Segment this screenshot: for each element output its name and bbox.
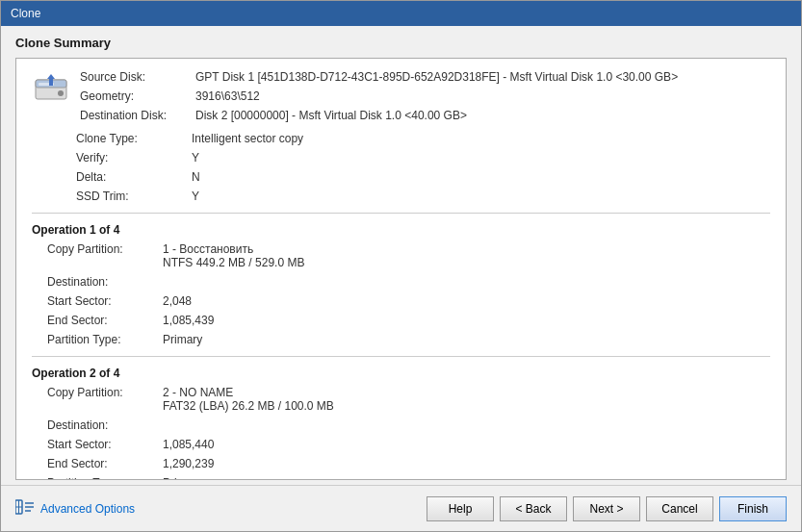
source-disk-value: GPT Disk 1 [451D138D-D712-43C1-895D-652A… <box>195 70 678 84</box>
op2-dest-label: Destination: <box>47 418 163 432</box>
clone-type-value: Intelligent sector copy <box>192 132 303 145</box>
scroll-inner: Source Disk: GPT Disk 1 [451D138D-D712-4… <box>16 59 786 480</box>
geometry-row: Geometry: 3916\63\512 <box>80 89 770 103</box>
ssd-trim-label: SSD Trim: <box>76 190 192 203</box>
op2-es-value: 1,290,239 <box>163 457 214 470</box>
divider-1 <box>32 213 770 214</box>
divider-2 <box>32 356 770 357</box>
op1-copy-partition: Copy Partition: 1 - Восстановить NTFS 44… <box>47 242 770 269</box>
dest-disk-label: Destination Disk: <box>80 109 195 122</box>
clone-window: Clone Clone Summary <box>0 0 802 532</box>
source-disk-label: Source Disk: <box>80 70 195 84</box>
window-title: Clone <box>11 7 791 20</box>
source-row: Source Disk: GPT Disk 1 [451D138D-D712-4… <box>32 70 770 128</box>
dest-disk-value: Disk 2 [00000000] - Msft Virtual Disk 1.… <box>195 109 467 122</box>
op2-cp-label: Copy Partition: <box>47 386 163 413</box>
op1-partition-type: Partition Type: Primary <box>47 333 770 346</box>
op2-ss-value: 1,085,440 <box>163 438 214 451</box>
disk-icon <box>32 70 70 109</box>
op2-pt-value: Primary <box>163 476 202 480</box>
verify-value: Y <box>192 151 199 165</box>
op1-cp-label: Copy Partition: <box>47 242 163 269</box>
operation-1: Operation 1 of 4 Copy Partition: 1 - Вос… <box>32 223 770 346</box>
next-button[interactable]: Next > <box>573 496 640 521</box>
op2-start-sector: Start Sector: 1,085,440 <box>47 438 770 451</box>
op2-cp-value: 2 - NO NAME FAT32 (LBA) 26.2 MB / 100.0 … <box>163 386 334 413</box>
op1-es-label: End Sector: <box>47 314 163 327</box>
op1-start-sector: Start Sector: 2,048 <box>47 294 770 308</box>
op1-ss-label: Start Sector: <box>47 294 163 308</box>
op2-es-label: End Sector: <box>47 457 163 470</box>
operation-2: Operation 2 of 4 Copy Partition: 2 - NO … <box>32 367 770 480</box>
content-area: Clone Summary <box>1 26 801 485</box>
delta-row: Delta: N <box>76 170 770 184</box>
op1-end-sector: End Sector: 1,085,439 <box>47 314 770 327</box>
op1-dest-label: Destination: <box>47 275 163 289</box>
finish-button[interactable]: Finish <box>719 496 787 521</box>
op2-copy-partition: Copy Partition: 2 - NO NAME FAT32 (LBA) … <box>47 386 770 413</box>
op1-pt-label: Partition Type: <box>47 333 163 346</box>
footer-buttons: Help < Back Next > Cancel Finish <box>427 496 787 521</box>
dest-disk-row: Destination Disk: Disk 2 [00000000] - Ms… <box>80 109 770 122</box>
op2-title: Operation 2 of 4 <box>32 367 770 380</box>
footer: Advanced Options Help < Back Next > Canc… <box>1 485 801 531</box>
title-bar: Clone <box>1 1 801 26</box>
source-disk-row: Source Disk: GPT Disk 1 [451D138D-D712-4… <box>80 70 770 84</box>
scroll-container[interactable]: Source Disk: GPT Disk 1 [451D138D-D712-4… <box>15 58 787 480</box>
section-title: Clone Summary <box>15 36 787 50</box>
clone-type-row: Clone Type: Intelligent sector copy <box>76 132 770 145</box>
back-button[interactable]: < Back <box>500 496 567 521</box>
op1-es-value: 1,085,439 <box>163 314 214 327</box>
svg-point-2 <box>58 90 64 96</box>
op2-end-sector: End Sector: 1,290,239 <box>47 457 770 470</box>
source-info: Source Disk: GPT Disk 1 [451D138D-D712-4… <box>80 70 770 128</box>
help-button[interactable]: Help <box>427 496 494 521</box>
geometry-label: Geometry: <box>80 89 195 103</box>
ssd-trim-value: Y <box>192 190 199 203</box>
op1-destination: Destination: <box>47 275 770 289</box>
cancel-button[interactable]: Cancel <box>646 496 713 521</box>
op1-pt-value: Primary <box>163 333 202 346</box>
advanced-options-icon <box>15 499 35 518</box>
geometry-value: 3916\63\512 <box>195 89 260 103</box>
ssd-trim-row: SSD Trim: Y <box>76 190 770 203</box>
op1-cp-value: 1 - Восстановить NTFS 449.2 MB / 529.0 M… <box>163 242 304 269</box>
verify-label: Verify: <box>76 151 192 165</box>
advanced-options-link[interactable]: Advanced Options <box>40 502 135 516</box>
op1-ss-value: 2,048 <box>163 294 192 308</box>
op2-ss-label: Start Sector: <box>47 438 163 451</box>
verify-row: Verify: Y <box>76 151 770 165</box>
op1-title: Operation 1 of 4 <box>32 223 770 237</box>
delta-label: Delta: <box>76 170 192 184</box>
delta-value: N <box>192 170 200 184</box>
op2-pt-label: Partition Type: <box>47 476 163 480</box>
op2-partition-type: Partition Type: Primary <box>47 476 770 480</box>
footer-left: Advanced Options <box>15 499 427 518</box>
op2-destination: Destination: <box>47 418 770 432</box>
clone-type-label: Clone Type: <box>76 132 192 145</box>
